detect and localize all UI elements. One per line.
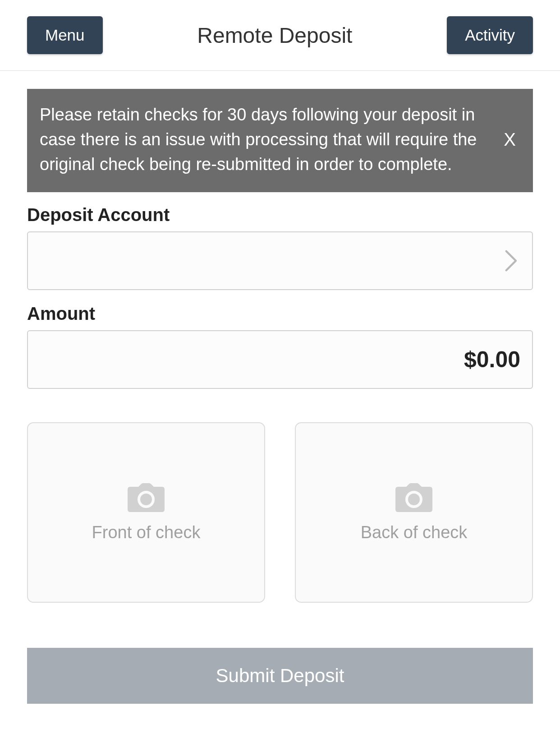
amount-input[interactable]: $0.00 [27,330,533,389]
back-label: Back of check [361,523,468,542]
camera-icon [395,483,432,512]
front-of-check-capture[interactable]: Front of check [27,422,265,603]
deposit-account-select[interactable] [27,231,533,290]
amount-label: Amount [27,304,533,324]
capture-row: Front of check Back of check [27,422,533,603]
amount-value: $0.00 [464,346,520,373]
notice-text: Please retain checks for 30 days followi… [40,102,486,177]
front-label: Front of check [92,523,201,542]
content: Please retain checks for 30 days followi… [0,71,560,704]
menu-button[interactable]: Menu [27,16,103,54]
close-icon[interactable]: X [499,129,520,150]
camera-icon [128,483,165,512]
page-title: Remote Deposit [103,23,447,48]
submit-deposit-button[interactable]: Submit Deposit [27,648,533,704]
back-of-check-capture[interactable]: Back of check [295,422,533,603]
notice-banner: Please retain checks for 30 days followi… [27,89,533,192]
header: Menu Remote Deposit Activity [0,0,560,71]
activity-button[interactable]: Activity [447,16,533,54]
chevron-right-icon [504,249,519,272]
deposit-account-label: Deposit Account [27,205,533,225]
